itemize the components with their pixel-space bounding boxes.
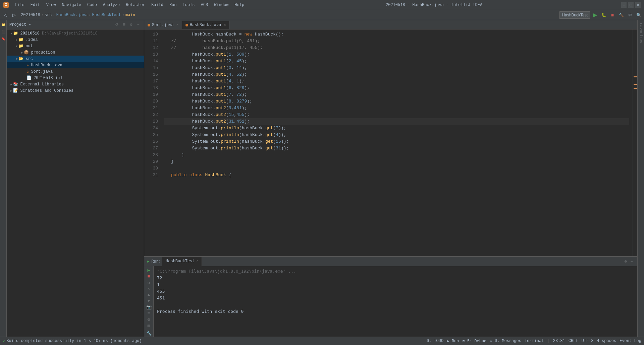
todo-label[interactable]: 6: TODO [427, 339, 443, 344]
search-everywhere[interactable]: 🔍 [635, 11, 642, 19]
stop-button[interactable]: ■ [609, 11, 616, 19]
tree-hashbuck[interactable]: ☕ HashBuck.java [7, 62, 144, 68]
menu-code[interactable]: Code [85, 2, 100, 8]
tree-src[interactable]: 📂 src [7, 56, 144, 62]
code-line-20: hashBuck.put1(8, 8279); [164, 98, 629, 105]
breadcrumb-project[interactable]: 20210518 [21, 13, 40, 17]
run-stop-icon[interactable]: ■ [145, 274, 153, 279]
hashbuck-tab-close[interactable]: × [224, 23, 226, 27]
titlebar: I File Edit View Navigate Code Analyze R… [0, 0, 644, 10]
tabs-bar: Sort.java × HashBuck.java × [144, 20, 637, 29]
menu-vcs[interactable]: VCS [198, 2, 211, 8]
run-button[interactable]: ▶ [591, 11, 599, 19]
bottom-hide[interactable]: − [629, 259, 635, 265]
maximize-button[interactable]: □ [628, 2, 634, 8]
breadcrumb-class[interactable]: HashBuckTest [92, 13, 121, 17]
settings-gear[interactable]: ⚙ [128, 22, 134, 28]
ext-libs-label: External Libraries [20, 82, 64, 87]
project-title: Project ▾ [9, 22, 31, 27]
tree-sort[interactable]: ☕ Sort.java [7, 68, 144, 75]
camera-icon[interactable]: 📷 [145, 304, 153, 310]
main-area: 📁 ⬛ 🔖 Project ▾ ⟳ ⊟ ⚙ − 📁 20210518 D:\Ja… [0, 20, 644, 337]
code-line-13: hashBuck.put1(1, 589); [164, 51, 629, 58]
bottom-settings[interactable]: ⚙ [623, 259, 629, 265]
breadcrumb-src[interactable]: src [45, 13, 52, 17]
run-left-icons: ▶ ■ ↺ × ▲ ▼ 📷 ≡ ⚙ ⊞ 🔧 🗑 [144, 266, 154, 337]
statusbar-right: 6: TODO ▶ Run ⚑ 5: Debug ○ 0: Messages T… [427, 339, 641, 344]
filter-icon[interactable]: 🔧 [145, 331, 153, 336]
tab-hashbuck[interactable]: HashBuck.java × [182, 21, 230, 29]
bottom-tab-close[interactable]: × [196, 259, 198, 263]
bookmark-icon[interactable]: 🔖 [0, 36, 6, 42]
hide-button[interactable]: − [135, 22, 141, 28]
code-line-25: System.out.println(hashBuck.get(4)); [164, 132, 629, 138]
run-rerun-icon[interactable]: ↺ [145, 280, 153, 285]
run-close-icon[interactable]: × [145, 286, 153, 291]
breadcrumb-file[interactable]: HashBuck.java [56, 13, 88, 17]
menu-navigate[interactable]: Navigate [59, 2, 84, 8]
fold-icon[interactable]: ⊞ [145, 323, 153, 329]
tree-scratches[interactable]: 📝 Scratches and Consoles [7, 87, 144, 94]
code-line-22: hashBuck.put2(15,455); [164, 112, 629, 118]
event-log-label[interactable]: Event Log [620, 339, 641, 344]
sync-button[interactable]: ⟳ [114, 22, 120, 28]
breadcrumb-method[interactable]: main [125, 13, 135, 17]
tree-production[interactable]: 📦 production [7, 49, 144, 56]
code-content[interactable]: HashBuck hashBuck = new HashBuck(); // h… [161, 29, 633, 256]
project-icon[interactable]: 📁 [0, 22, 6, 28]
editor-area: Sort.java × HashBuck.java × 10 11 12 13 … [144, 20, 637, 337]
menu-window[interactable]: Window [211, 2, 231, 8]
menu-build[interactable]: Build [149, 2, 166, 8]
output-line-3: 455 [157, 288, 634, 295]
sort-icon[interactable]: ≡ [145, 311, 153, 316]
menu-view[interactable]: View [44, 2, 59, 8]
run-play-icon[interactable]: ▶ [145, 268, 153, 273]
settings2-icon[interactable]: ⚙ [145, 317, 153, 322]
idea-label: .idea [25, 38, 38, 42]
favorites-icon[interactable]: Favorites [638, 22, 644, 44]
tree-out[interactable]: 📁 out [7, 43, 144, 49]
tree-iml[interactable]: 📄 20210518.iml [7, 75, 144, 81]
bottom-tab-hashbucktest[interactable]: HashBuckTest × [162, 257, 202, 266]
scroll-down-icon[interactable]: ▼ [145, 298, 153, 303]
output-line-1: 72 [157, 275, 634, 281]
menu-run[interactable]: Run [167, 2, 179, 8]
root-path: D:\JavaProject\20210518 [42, 31, 98, 36]
bottom-content: ▶ ■ ↺ × ▲ ▼ 📷 ≡ ⚙ ⊞ 🔧 🗑 "C:\Program Fil [144, 266, 637, 337]
src-expand-icon [16, 57, 17, 61]
menu-help[interactable]: Help [232, 2, 247, 8]
scroll-up-icon[interactable]: ▲ [145, 292, 153, 297]
code-line-27: System.out.println(hashBuck.get(31)); [164, 145, 629, 152]
menu-file[interactable]: File [12, 2, 27, 8]
sort-tab-close[interactable]: × [176, 23, 178, 27]
tree-root[interactable]: 📁 20210518 D:\JavaProject\20210518 [7, 30, 144, 37]
breadcrumb-sep3: › [89, 13, 91, 17]
breadcrumb-sep1: › [41, 13, 44, 17]
menu-analyze[interactable]: Analyze [100, 2, 122, 8]
tree-ext-libs[interactable]: 📚 External Libraries [7, 81, 144, 87]
tab-sort[interactable]: Sort.java × [144, 21, 182, 29]
back-button[interactable]: ◁ [2, 11, 9, 19]
code-line-28: } [164, 152, 629, 158]
run-status-label[interactable]: ▶ Run [447, 339, 459, 344]
collapse-button[interactable]: ⊟ [121, 22, 127, 28]
menu-edit[interactable]: Edit [28, 2, 43, 8]
scratches-label: Scratches and Consoles [20, 88, 73, 93]
menu-tools[interactable]: Tools [180, 2, 198, 8]
debug-status-label[interactable]: ⚑ 5: Debug [462, 339, 486, 344]
build-button[interactable]: 🔨 [618, 11, 625, 19]
statusbar: ✓ Build completed successfully in 1 s 40… [0, 337, 644, 345]
structure-icon[interactable]: ⬛ [0, 29, 6, 35]
minimize-button[interactable]: − [621, 2, 627, 8]
terminal-label[interactable]: Terminal [525, 339, 544, 344]
messages-label[interactable]: ○ 0: Messages [490, 339, 521, 344]
settings-btn[interactable]: ⚙ [626, 11, 634, 19]
forward-button[interactable]: ▷ [10, 11, 18, 19]
menu-refactor[interactable]: Refactor [123, 2, 148, 8]
tree-idea[interactable]: 📁 .idea [7, 37, 144, 43]
close-button[interactable]: × [635, 2, 641, 8]
debug-button[interactable]: 🐛 [600, 11, 607, 19]
window-controls: − □ × [621, 2, 641, 8]
run-config-dropdown[interactable]: HashBuckTest [559, 11, 590, 19]
right-scroll-markers[interactable] [633, 29, 637, 256]
